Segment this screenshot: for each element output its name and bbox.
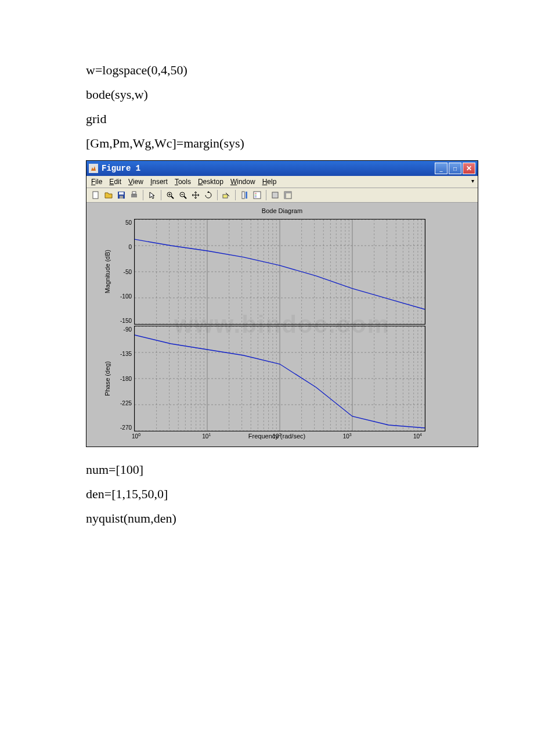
code-line: [Gm,Pm,Wg,Wc]=margin(sys) — [86, 131, 448, 156]
mag-ylabel: Magnitude (dB) — [104, 250, 113, 293]
app-icon — [89, 164, 98, 173]
zoom-in-icon[interactable] — [164, 190, 176, 200]
window-title: Figure 1 — [102, 164, 435, 173]
plot-title: Bode Diagram — [104, 207, 460, 214]
svg-rect-5 — [132, 192, 136, 194]
svg-rect-2 — [119, 192, 124, 195]
zoom-out-icon[interactable] — [177, 190, 189, 200]
rotate-icon[interactable] — [203, 190, 214, 200]
menu-insert[interactable]: Insert — [150, 178, 168, 186]
menu-edit[interactable]: Edit — [109, 178, 121, 186]
svg-line-7 — [171, 196, 174, 199]
show-plot-tools-icon[interactable] — [282, 190, 294, 200]
menubar: File Edit View Insert Tools Desktop Wind… — [86, 176, 478, 188]
data-cursor-icon[interactable] — [221, 190, 232, 200]
magnitude-plot-svg — [135, 219, 425, 324]
svg-rect-24 — [284, 192, 291, 193]
svg-rect-17 — [254, 192, 261, 199]
print-icon[interactable] — [128, 190, 140, 200]
x-label: Frequency (rad/sec) — [132, 433, 422, 440]
menu-file[interactable]: File — [91, 178, 102, 186]
svg-rect-16 — [246, 192, 247, 199]
plot-area: Bode Diagram Magnitude (dB) 50 0 -50 -10… — [86, 203, 478, 447]
save-icon[interactable] — [116, 190, 127, 200]
maximize-button[interactable]: □ — [449, 163, 461, 174]
hide-plot-tools-icon[interactable] — [269, 190, 281, 200]
new-icon[interactable] — [90, 190, 102, 200]
mag-yticks: 50 0 -50 -100 -150 — [113, 219, 134, 324]
pointer-icon[interactable] — [146, 190, 158, 200]
phase-chart[interactable] — [134, 326, 425, 431]
open-icon[interactable] — [103, 190, 114, 200]
svg-line-11 — [184, 196, 186, 199]
menu-desktop[interactable]: Desktop — [198, 178, 223, 186]
menu-expand-icon[interactable]: ▾ — [471, 178, 474, 184]
titlebar: Figure 1 _ □ ✕ — [86, 161, 478, 176]
svg-rect-3 — [120, 196, 123, 199]
colorbar-icon[interactable] — [239, 190, 250, 200]
code-line: nyquist(num,den) — [86, 506, 448, 531]
figure-window: Figure 1 _ □ ✕ File Edit View Insert Too… — [86, 160, 478, 447]
menu-help[interactable]: Help — [262, 178, 277, 186]
svg-rect-0 — [93, 192, 98, 199]
svg-rect-13 — [223, 195, 228, 198]
minimize-button[interactable]: _ — [435, 163, 448, 174]
code-line: bode(sys,w) — [86, 82, 448, 107]
phase-plot-svg — [135, 326, 425, 431]
phase-ylabel: Phase (deg) — [104, 361, 113, 396]
legend-icon[interactable] — [251, 190, 263, 200]
code-line: w=logspace(0,4,50) — [86, 58, 448, 82]
menu-window[interactable]: Window — [230, 178, 255, 186]
svg-rect-15 — [242, 192, 244, 199]
code-line: num=[100] — [86, 458, 448, 482]
toolbar — [86, 188, 478, 203]
menu-tools[interactable]: Tools — [175, 178, 191, 186]
pan-icon[interactable] — [190, 190, 201, 200]
phase-yticks: -90 -135 -180 -225 -270 — [113, 326, 134, 431]
svg-rect-4 — [131, 194, 137, 197]
close-button[interactable]: ✕ — [463, 163, 475, 174]
svg-rect-21 — [272, 192, 278, 198]
code-line: grid — [86, 107, 448, 131]
magnitude-chart[interactable] — [134, 219, 425, 325]
code-line: den=[1,15,50,0] — [86, 482, 448, 506]
menu-view[interactable]: View — [128, 178, 143, 186]
